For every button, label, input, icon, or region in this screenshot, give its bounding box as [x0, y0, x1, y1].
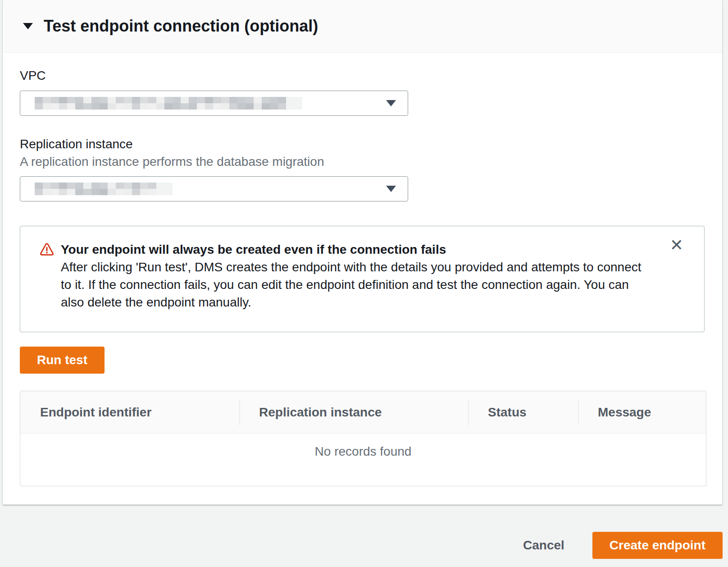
table-empty-state: No records found: [20, 434, 706, 486]
vpc-redacted-value: [35, 97, 302, 110]
vpc-label: VPC: [20, 68, 704, 83]
cancel-button[interactable]: Cancel: [523, 538, 564, 553]
section-header-test-endpoint-connection[interactable]: Test endpoint connection (optional): [3, 0, 722, 53]
warning-alert: Your endpoint will always be created eve…: [20, 226, 705, 332]
run-test-button[interactable]: Run test: [20, 347, 105, 374]
column-header-message: Message: [578, 405, 706, 420]
alert-title: Your endpoint will always be created eve…: [61, 241, 650, 258]
replication-instance-redacted-value: [35, 183, 173, 195]
warning-triangle-icon: [40, 243, 54, 256]
test-results-table: Endpoint identifier Replication instance…: [20, 391, 706, 486]
alert-body: After clicking 'Run test', DMS creates t…: [61, 258, 650, 311]
column-header-status: Status: [468, 405, 578, 420]
form-footer: Cancel Create endpoint: [0, 532, 728, 559]
column-header-endpoint-identifier: Endpoint identifier: [20, 405, 239, 420]
replication-instance-description: A replication instance performs the data…: [20, 155, 704, 169]
column-header-replication-instance: Replication instance: [239, 405, 468, 420]
replication-instance-select[interactable]: [20, 176, 408, 201]
section-title: Test endpoint connection (optional): [44, 17, 318, 36]
replication-instance-label: Replication instance: [20, 137, 704, 152]
section-expand-caret-icon: [23, 23, 33, 29]
vpc-select[interactable]: [20, 91, 408, 116]
create-endpoint-button[interactable]: Create endpoint: [592, 532, 723, 559]
replication-instance-caret-down-icon: [386, 186, 396, 192]
table-header-row: Endpoint identifier Replication instance…: [20, 391, 706, 434]
test-endpoint-connection-panel: Test endpoint connection (optional) VPC …: [2, 0, 723, 505]
alert-close-icon[interactable]: ✕: [670, 237, 683, 253]
vpc-caret-down-icon: [386, 100, 396, 106]
section-body: VPC Replication instance A replication i…: [3, 53, 722, 504]
